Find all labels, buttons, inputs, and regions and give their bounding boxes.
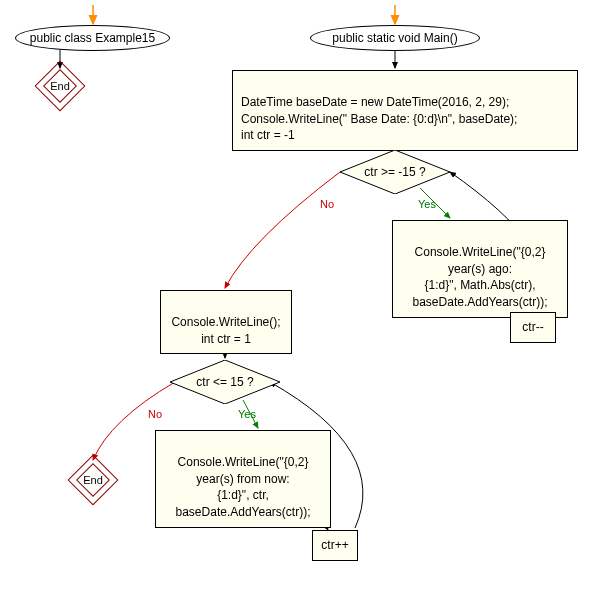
main-method-label: public static void Main() [332, 31, 457, 45]
loop2-body-node: Console.WriteLine("{0,2} year(s) from no… [155, 430, 331, 528]
cond2-text: ctr <= 15 ? [196, 375, 253, 389]
loop1-step-node: ctr-- [510, 312, 556, 343]
class-declaration-label: public class Example15 [30, 31, 155, 45]
class-declaration-node: public class Example15 [15, 25, 170, 51]
init-block-node: DateTime baseDate = new DateTime(2016, 2… [232, 70, 578, 151]
init-block-text: DateTime baseDate = new DateTime(2016, 2… [241, 95, 517, 143]
main-method-node: public static void Main() [310, 25, 480, 51]
left-end-label: End [50, 80, 70, 92]
right-end-label: End [83, 474, 103, 486]
loop2-step-node: ctr++ [312, 530, 358, 561]
loop1-step-text: ctr-- [522, 320, 543, 334]
loop1-body-node: Console.WriteLine("{0,2} year(s) ago: {1… [392, 220, 568, 318]
loop2-step-text: ctr++ [321, 538, 348, 552]
cond1-text: ctr >= -15 ? [364, 165, 425, 179]
mid-block-text: Console.WriteLine(); int ctr = 1 [171, 315, 280, 346]
loop1-body-text: Console.WriteLine("{0,2} year(s) ago: {1… [413, 245, 548, 309]
cond1-yes-label: Yes [418, 198, 436, 210]
loop2-body-text: Console.WriteLine("{0,2} year(s) from no… [176, 455, 311, 519]
cond2-no-label: No [148, 408, 162, 420]
mid-block-node: Console.WriteLine(); int ctr = 1 [160, 290, 292, 354]
cond2-yes-label: Yes [238, 408, 256, 420]
right-end-node: End [75, 462, 111, 498]
cond1-no-label: No [320, 198, 334, 210]
left-end-node: End [42, 68, 78, 104]
cond2-node: ctr <= 15 ? [190, 360, 260, 404]
cond1-node: ctr >= -15 ? [360, 150, 430, 194]
